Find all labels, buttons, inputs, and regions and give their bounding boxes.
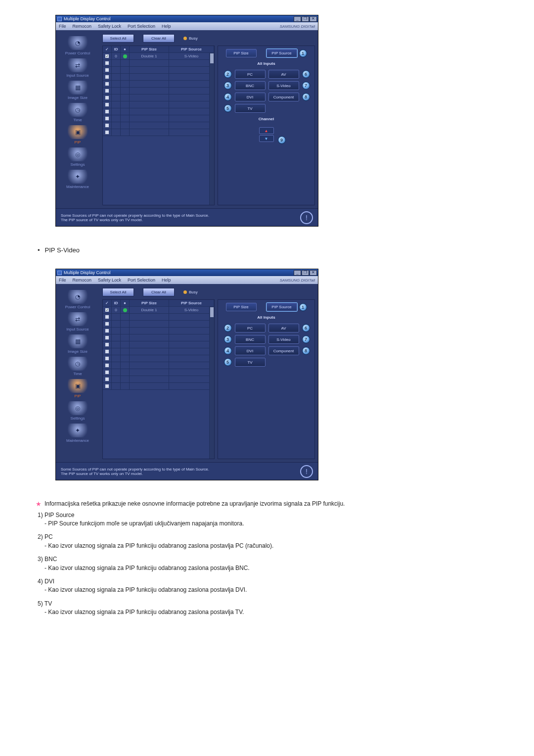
grid-row[interactable] (103, 355, 214, 362)
grid-row[interactable] (103, 369, 214, 376)
menu-help[interactable]: Help (162, 24, 171, 29)
sidebar-item-image-size[interactable]: ▦ Image Size (58, 81, 97, 100)
row-checkbox[interactable]: ✓ (105, 308, 109, 312)
sidebar-item-power-control[interactable]: ◔ Power Control (58, 36, 97, 55)
maximize-button[interactable]: ❐ (302, 16, 309, 22)
close-button[interactable]: ✕ (310, 270, 317, 276)
row-checkbox[interactable] (105, 123, 109, 128)
row-checkbox[interactable] (105, 68, 109, 72)
row-checkbox[interactable] (105, 315, 109, 319)
row-checkbox[interactable] (105, 61, 109, 65)
row-checkbox[interactable] (105, 75, 109, 79)
grid-row[interactable]: ✓ 0 Double 1 S-Video (103, 53, 214, 60)
source-svideo-button[interactable]: S-Video (268, 335, 299, 344)
row-checkbox[interactable] (105, 363, 109, 368)
pip-source-button[interactable]: PIP Source (267, 49, 297, 57)
grid-row[interactable] (103, 115, 214, 122)
source-dvi-button[interactable]: DVI (235, 93, 266, 101)
sidebar-item-pip[interactable]: ▣ PIP (58, 125, 97, 144)
row-checkbox[interactable] (105, 130, 109, 135)
menu-file[interactable]: File (59, 278, 66, 283)
menu-safety-lock[interactable]: Safety Lock (98, 24, 121, 29)
row-checkbox[interactable]: ✓ (105, 54, 109, 58)
select-all-button[interactable]: Select All (102, 34, 134, 43)
source-dvi-button[interactable]: DVI (235, 346, 266, 355)
row-checkbox[interactable] (105, 329, 109, 333)
sidebar-item-image-size[interactable]: ▦ Image Size (58, 334, 97, 354)
channel-up-button[interactable]: ▲ (259, 127, 274, 134)
grid-row[interactable] (103, 348, 214, 355)
grid-row[interactable] (103, 122, 214, 129)
grid-row[interactable] (103, 94, 214, 101)
select-all-button[interactable]: Select All (102, 288, 134, 296)
sidebar-item-settings[interactable]: ◎ Settings (58, 147, 97, 167)
grid-row[interactable] (103, 341, 214, 348)
row-checkbox[interactable] (105, 89, 109, 93)
source-av-button[interactable]: AV (268, 324, 299, 332)
scrollbar[interactable] (209, 53, 214, 205)
scrollbar[interactable] (209, 307, 214, 459)
menu-remocon[interactable]: Remocon (73, 24, 92, 29)
row-checkbox[interactable] (105, 102, 109, 107)
grid-row[interactable] (103, 321, 214, 328)
close-button[interactable]: ✕ (310, 16, 317, 22)
source-bnc-button[interactable]: BNC (235, 335, 266, 344)
pip-size-button[interactable]: PIP Size (226, 49, 257, 57)
row-checkbox[interactable] (105, 116, 109, 121)
row-checkbox[interactable] (105, 322, 109, 326)
source-component-button[interactable]: Component (268, 93, 299, 101)
source-av-button[interactable]: AV (268, 70, 299, 79)
grid-row[interactable] (103, 314, 214, 321)
grid-row[interactable] (103, 67, 214, 74)
row-checkbox[interactable] (105, 370, 109, 375)
sidebar-item-time[interactable]: ◷ Time (58, 357, 97, 376)
grid-row[interactable] (103, 101, 214, 108)
source-svideo-button[interactable]: S-Video (268, 81, 299, 90)
clear-all-button[interactable]: Clear All (143, 34, 175, 43)
row-checkbox[interactable] (105, 109, 109, 114)
sidebar-item-maintenance[interactable]: ✦ Maintenance (58, 170, 97, 189)
source-tv-button[interactable]: TV (235, 104, 266, 113)
row-checkbox[interactable] (105, 82, 109, 86)
scroll-thumb[interactable] (210, 307, 214, 317)
source-pc-button[interactable]: PC (235, 324, 266, 332)
source-bnc-button[interactable]: BNC (235, 81, 266, 90)
grid-row[interactable] (103, 74, 214, 81)
sidebar-item-time[interactable]: ◷ Time (58, 103, 97, 122)
grid-row[interactable] (103, 383, 214, 390)
grid-row[interactable] (103, 88, 214, 94)
row-checkbox[interactable] (105, 384, 109, 388)
row-checkbox[interactable] (105, 377, 109, 381)
row-checkbox[interactable] (105, 349, 109, 354)
menu-port-selection[interactable]: Port Selection (128, 24, 155, 29)
sidebar-item-pip[interactable]: ▣ PIP (58, 379, 97, 398)
row-checkbox[interactable] (105, 95, 109, 100)
pip-size-button[interactable]: PIP Size (226, 303, 257, 311)
grid-row[interactable] (103, 108, 214, 115)
scroll-thumb[interactable] (210, 53, 214, 63)
grid-row[interactable] (103, 376, 214, 383)
grid-row[interactable] (103, 129, 214, 136)
minimize-button[interactable]: _ (294, 16, 301, 22)
clear-all-button[interactable]: Clear All (143, 288, 175, 296)
pip-source-button[interactable]: PIP Source (267, 303, 297, 311)
source-pc-button[interactable]: PC (235, 70, 266, 79)
source-tv-button[interactable]: TV (235, 358, 266, 367)
menu-port-selection[interactable]: Port Selection (128, 278, 155, 283)
grid-row[interactable] (103, 362, 214, 369)
sidebar-item-power-control[interactable]: ◔ Power Control (58, 290, 97, 309)
menu-file[interactable]: File (59, 24, 66, 29)
grid-row[interactable] (103, 334, 214, 341)
sidebar-item-input-source[interactable]: ⇄ Input Source (58, 312, 97, 331)
sidebar-item-settings[interactable]: ◎ Settings (58, 401, 97, 421)
menu-remocon[interactable]: Remocon (73, 278, 92, 283)
row-checkbox[interactable] (105, 342, 109, 347)
row-checkbox[interactable] (105, 356, 109, 361)
minimize-button[interactable]: _ (294, 270, 301, 276)
menu-help[interactable]: Help (162, 278, 171, 283)
sidebar-item-maintenance[interactable]: ✦ Maintenance (58, 424, 97, 443)
sidebar-item-input-source[interactable]: ⇄ Input Source (58, 58, 97, 78)
grid-row[interactable] (103, 328, 214, 334)
grid-row[interactable] (103, 81, 214, 88)
row-checkbox[interactable] (105, 335, 109, 340)
